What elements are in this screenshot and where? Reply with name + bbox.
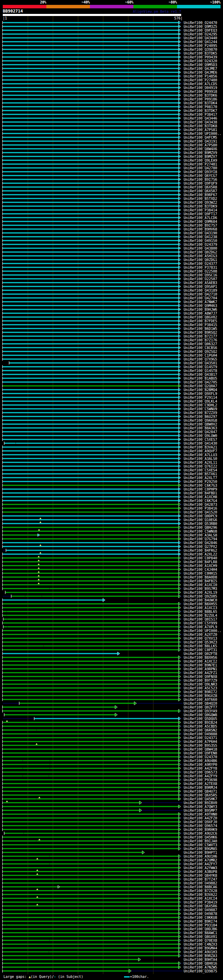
hit-arrowhead-icon	[140, 801, 142, 805]
hit-bar	[3, 102, 178, 103]
hit-bar	[3, 699, 178, 700]
hit-start-tick	[2, 893, 3, 896]
hit-bar	[3, 427, 178, 429]
hit-start-tick	[2, 943, 3, 946]
hit-bar	[3, 274, 178, 276]
hit-arrowhead-icon	[178, 675, 181, 678]
hit-start-tick	[2, 629, 3, 632]
hit-start-tick	[2, 970, 3, 973]
hit-start-tick	[2, 75, 3, 78]
hit-start-tick	[2, 568, 3, 571]
gap-dot	[7, 627, 8, 628]
hit-arrowhead-icon	[178, 828, 181, 831]
hit-start-tick	[2, 579, 3, 583]
hit-bar	[3, 171, 178, 172]
hit-arrowhead-icon	[115, 705, 117, 709]
hit-start-tick	[2, 170, 3, 173]
hit-bar	[3, 619, 178, 620]
hit-bar	[3, 317, 178, 318]
hit-start-tick	[2, 950, 3, 954]
hit-bar	[3, 87, 178, 88]
gap-dot	[49, 863, 50, 864]
hit-bar	[3, 664, 178, 666]
hit-start-tick	[2, 457, 3, 460]
hit-start-tick	[2, 824, 3, 827]
hit-arrowhead-icon	[178, 445, 181, 449]
hit-bar	[3, 687, 178, 689]
hit-bar	[3, 259, 178, 260]
hit-bar	[3, 840, 178, 842]
hit-bar	[3, 878, 178, 880]
hit-bar	[3, 251, 178, 253]
hit-arrowhead-icon	[117, 652, 120, 655]
hit-label[interactable]: UniRef100_Q39875	[184, 969, 217, 974]
hit-bar	[3, 611, 178, 612]
gap-legend-prefix: Large gaps:	[3, 975, 29, 978]
hit-arrowhead-icon	[178, 682, 181, 686]
hit-start-tick	[2, 327, 3, 330]
large-gap-query-icon	[38, 560, 40, 562]
hit-bar	[3, 810, 140, 811]
hit-arrowhead-icon	[178, 728, 181, 732]
hit-start-tick	[2, 931, 3, 934]
gap-dot	[7, 626, 8, 627]
hit-start-tick	[2, 935, 3, 938]
hit-bar	[3, 148, 178, 150]
hit-bar	[3, 837, 178, 838]
hit-arrowhead-icon	[178, 606, 181, 609]
hit-bar	[3, 83, 178, 84]
hit-arrowhead-icon	[142, 851, 144, 854]
gap-dot	[49, 857, 50, 857]
hit-bar	[3, 791, 178, 792]
gap-dot	[36, 799, 37, 800]
hit-bar	[3, 764, 178, 765]
hit-bar	[3, 511, 178, 513]
hit-start-tick	[2, 480, 3, 483]
hit-arrowhead-icon	[178, 820, 181, 824]
hit-bar	[3, 569, 178, 570]
hit-start-tick	[2, 756, 3, 759]
hit-bar	[3, 324, 178, 325]
hit-bar	[3, 768, 178, 769]
hit-start-tick	[2, 381, 3, 384]
hit-start-tick	[2, 182, 3, 185]
hit-bar	[3, 695, 178, 696]
hit-start-tick	[11, 595, 11, 598]
hit-arrowhead-icon	[178, 461, 181, 464]
hit-bar	[3, 121, 178, 123]
hit-start-tick	[2, 147, 3, 151]
hit-start-tick	[2, 514, 3, 518]
large-gap-query-icon	[36, 896, 39, 898]
hit-start-tick	[2, 450, 3, 453]
hit-bar	[3, 72, 178, 73]
hit-bar	[3, 576, 178, 578]
hit-start-tick	[2, 270, 3, 273]
hit-start-tick	[2, 889, 3, 892]
gap-dot	[25, 595, 26, 596]
hit-arrowhead-icon	[134, 702, 136, 705]
hit-bar	[3, 175, 178, 176]
hit-start-tick	[2, 56, 3, 59]
hit-bar	[3, 328, 178, 329]
hit-arrowhead-icon	[178, 40, 181, 43]
hit-bar	[3, 897, 178, 899]
hit-bar	[3, 56, 178, 58]
large-gap-query-icon	[35, 743, 38, 745]
hit-start-tick	[2, 163, 3, 166]
hit-start-tick	[2, 453, 3, 457]
alignment-row[interactable]: UniRef100_Q39875	[2, 969, 217, 974]
hit-start-tick	[2, 339, 3, 342]
hit-arrowhead-icon	[178, 744, 181, 747]
hit-bar	[3, 527, 178, 528]
hit-start-tick	[2, 652, 3, 655]
hit-bar	[3, 248, 178, 249]
gap-dot	[15, 444, 16, 444]
hit-arrowhead-icon	[178, 331, 181, 334]
hit-start-tick	[2, 599, 3, 602]
hit-start-tick	[2, 603, 3, 606]
hit-start-tick	[2, 801, 3, 805]
hit-start-tick	[2, 247, 3, 250]
gap-dot	[50, 765, 50, 765]
hit-bar	[3, 519, 178, 520]
hit-start-tick	[2, 143, 3, 147]
